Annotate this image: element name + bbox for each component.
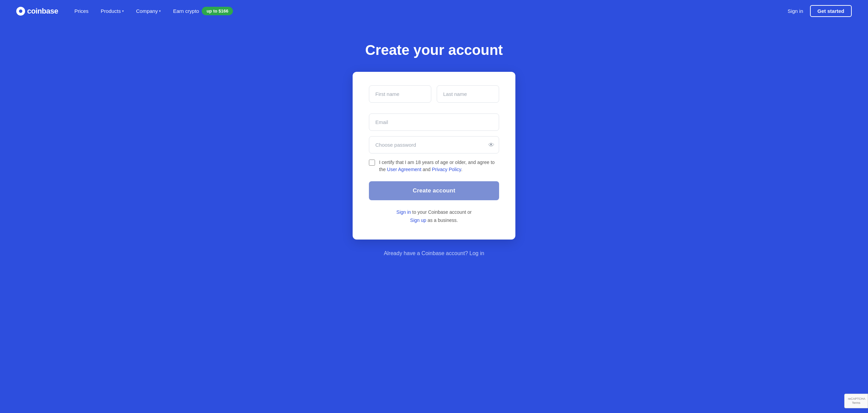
nav-earn-crypto[interactable]: Earn crypto bbox=[173, 8, 199, 14]
logo-icon bbox=[16, 7, 25, 16]
password-field: 👁 bbox=[369, 136, 499, 153]
nav-prices[interactable]: Prices bbox=[74, 8, 88, 14]
nav-right: Sign in Get started bbox=[788, 5, 852, 17]
page-title: Create your account bbox=[365, 42, 503, 58]
earn-crypto-container: Earn crypto up to $166 bbox=[173, 7, 233, 15]
logo-text: coinbase bbox=[27, 7, 58, 16]
password-eye-icon[interactable]: 👁 bbox=[488, 141, 494, 148]
navbar: coinbase Prices Products ▾ Company ▾ Ear… bbox=[0, 0, 868, 22]
nav-company[interactable]: Company ▾ bbox=[136, 8, 161, 14]
nav-links: Prices Products ▾ Company ▾ Earn crypto … bbox=[74, 7, 788, 15]
terms-label: I certify that I am 18 years of age or o… bbox=[379, 159, 499, 173]
terms-checkbox[interactable] bbox=[369, 160, 375, 166]
signup-form-card: 👁 I certify that I am 18 years of age or… bbox=[353, 72, 515, 240]
first-name-input[interactable] bbox=[369, 85, 431, 103]
email-input[interactable] bbox=[369, 113, 499, 131]
privacy-policy-link[interactable]: Privacy Policy bbox=[432, 167, 461, 172]
earn-badge: up to $166 bbox=[202, 7, 233, 15]
create-account-button[interactable]: Create account bbox=[369, 181, 499, 200]
main-content: Create your account 👁 I certify that I a… bbox=[0, 22, 868, 270]
email-field bbox=[369, 113, 499, 131]
recaptcha-text: reCAPTCHATerms bbox=[848, 397, 864, 405]
get-started-button[interactable]: Get started bbox=[810, 5, 852, 17]
terms-checkbox-row: I certify that I am 18 years of age or o… bbox=[369, 159, 499, 173]
nav-products[interactable]: Products ▾ bbox=[101, 8, 124, 14]
footer-sign-up-link[interactable]: Sign up bbox=[410, 218, 426, 223]
sign-in-link[interactable]: Sign in bbox=[788, 8, 803, 14]
form-footer: Sign in to your Coinbase account or Sign… bbox=[369, 208, 499, 225]
last-name-input[interactable] bbox=[437, 85, 499, 103]
footer-sign-in-link[interactable]: Sign in bbox=[396, 209, 411, 215]
last-name-field bbox=[437, 85, 499, 103]
logo-link[interactable]: coinbase bbox=[16, 6, 58, 16]
first-name-field bbox=[369, 85, 431, 103]
password-input[interactable] bbox=[369, 136, 499, 153]
recaptcha-badge: reCAPTCHATerms bbox=[844, 394, 868, 408]
name-row bbox=[369, 85, 499, 108]
company-chevron-icon: ▾ bbox=[159, 9, 161, 13]
products-chevron-icon: ▾ bbox=[122, 9, 124, 13]
user-agreement-link[interactable]: User Agreement bbox=[387, 167, 421, 172]
bottom-text: Already have a Coinbase account? Log in bbox=[384, 250, 484, 256]
